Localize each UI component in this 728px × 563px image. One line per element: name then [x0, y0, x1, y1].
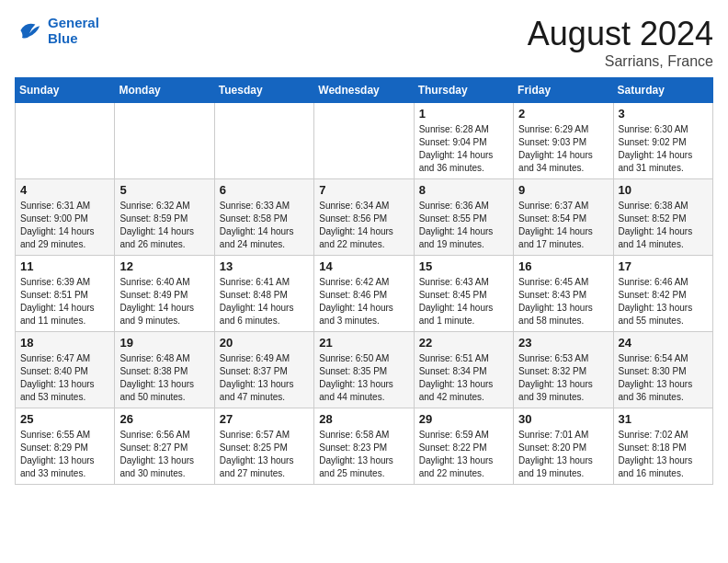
day-info: Sunrise: 6:58 AMSunset: 8:23 PMDaylight:…	[319, 429, 408, 480]
calendar-cell: 25Sunrise: 6:55 AMSunset: 8:29 PMDayligh…	[16, 408, 115, 485]
day-info: Sunrise: 6:34 AMSunset: 8:56 PMDaylight:…	[319, 200, 408, 251]
calendar-week-2: 4Sunrise: 6:31 AMSunset: 9:00 PMDaylight…	[16, 179, 713, 256]
day-number: 1	[419, 107, 508, 121]
calendar-cell: 18Sunrise: 6:47 AMSunset: 8:40 PMDayligh…	[16, 332, 115, 408]
calendar-cell: 21Sunrise: 6:50 AMSunset: 8:35 PMDayligh…	[314, 332, 414, 408]
calendar-cell	[214, 103, 313, 179]
calendar-cell: 9Sunrise: 6:37 AMSunset: 8:54 PMDaylight…	[514, 179, 613, 256]
day-number: 4	[20, 183, 109, 197]
day-info: Sunrise: 6:39 AMSunset: 8:51 PMDaylight:…	[20, 276, 109, 327]
day-number: 8	[419, 183, 508, 197]
calendar-cell: 4Sunrise: 6:31 AMSunset: 9:00 PMDaylight…	[16, 179, 115, 256]
day-number: 21	[319, 336, 408, 350]
calendar-cell: 30Sunrise: 7:01 AMSunset: 8:20 PMDayligh…	[514, 408, 613, 485]
day-info: Sunrise: 6:53 AMSunset: 8:32 PMDaylight:…	[518, 352, 608, 404]
calendar-cell: 14Sunrise: 6:42 AMSunset: 8:46 PMDayligh…	[314, 256, 414, 332]
calendar-week-4: 18Sunrise: 6:47 AMSunset: 8:40 PMDayligh…	[16, 332, 713, 408]
day-number: 22	[419, 336, 508, 350]
calendar-cell: 6Sunrise: 6:33 AMSunset: 8:58 PMDaylight…	[214, 179, 313, 256]
day-info: Sunrise: 7:01 AMSunset: 8:20 PMDaylight:…	[518, 429, 608, 480]
day-number: 28	[319, 412, 408, 426]
day-info: Sunrise: 6:57 AMSunset: 8:25 PMDaylight:…	[220, 429, 309, 480]
day-number: 6	[220, 183, 309, 197]
day-number: 20	[220, 336, 309, 350]
day-number: 27	[220, 412, 309, 426]
day-info: Sunrise: 6:56 AMSunset: 8:27 PMDaylight:…	[119, 429, 209, 480]
calendar-cell	[314, 103, 414, 179]
header-tuesday: Tuesday	[214, 78, 313, 103]
day-info: Sunrise: 6:36 AMSunset: 8:55 PMDaylight:…	[419, 200, 508, 251]
day-info: Sunrise: 6:43 AMSunset: 8:45 PMDaylight:…	[419, 276, 508, 327]
day-info: Sunrise: 6:55 AMSunset: 8:29 PMDaylight:…	[20, 429, 109, 480]
calendar-cell: 10Sunrise: 6:38 AMSunset: 8:52 PMDayligh…	[613, 179, 712, 256]
calendar-cell: 19Sunrise: 6:48 AMSunset: 8:38 PMDayligh…	[115, 332, 214, 408]
day-info: Sunrise: 6:29 AMSunset: 9:03 PMDaylight:…	[518, 123, 608, 175]
day-number: 9	[518, 183, 608, 197]
header-thursday: Thursday	[414, 78, 513, 103]
day-number: 11	[20, 259, 109, 273]
day-number: 7	[319, 183, 408, 197]
calendar-cell: 22Sunrise: 6:51 AMSunset: 8:34 PMDayligh…	[414, 332, 513, 408]
day-number: 13	[220, 259, 309, 273]
day-number: 16	[518, 259, 608, 273]
calendar-cell: 23Sunrise: 6:53 AMSunset: 8:32 PMDayligh…	[514, 332, 613, 408]
day-number: 12	[119, 259, 209, 273]
day-info: Sunrise: 6:50 AMSunset: 8:35 PMDaylight:…	[319, 352, 408, 404]
day-number: 30	[518, 412, 608, 426]
calendar-cell: 1Sunrise: 6:28 AMSunset: 9:04 PMDaylight…	[414, 103, 513, 179]
calendar-cell: 2Sunrise: 6:29 AMSunset: 9:03 PMDaylight…	[514, 103, 613, 179]
calendar-cell: 3Sunrise: 6:30 AMSunset: 9:02 PMDaylight…	[613, 103, 712, 179]
title-block: August 2024 Sarrians, France	[528, 15, 713, 70]
page-header: General Blue August 2024 Sarrians, Franc…	[15, 15, 713, 70]
header-monday: Monday	[115, 78, 214, 103]
calendar-cell: 7Sunrise: 6:34 AMSunset: 8:56 PMDaylight…	[314, 179, 414, 256]
calendar-cell: 11Sunrise: 6:39 AMSunset: 8:51 PMDayligh…	[16, 256, 115, 332]
calendar-cell	[16, 103, 115, 179]
day-info: Sunrise: 6:42 AMSunset: 8:46 PMDaylight:…	[319, 276, 408, 327]
day-info: Sunrise: 6:54 AMSunset: 8:30 PMDaylight:…	[619, 352, 708, 404]
day-info: Sunrise: 6:48 AMSunset: 8:38 PMDaylight:…	[119, 352, 209, 404]
day-number: 23	[518, 336, 608, 350]
day-info: Sunrise: 7:02 AMSunset: 8:18 PMDaylight:…	[619, 429, 708, 480]
day-info: Sunrise: 6:41 AMSunset: 8:48 PMDaylight:…	[220, 276, 309, 327]
day-info: Sunrise: 6:59 AMSunset: 8:22 PMDaylight:…	[419, 429, 508, 480]
day-info: Sunrise: 6:33 AMSunset: 8:58 PMDaylight:…	[220, 200, 309, 251]
day-info: Sunrise: 6:28 AMSunset: 9:04 PMDaylight:…	[419, 123, 508, 175]
header-friday: Friday	[514, 78, 613, 103]
day-info: Sunrise: 6:38 AMSunset: 8:52 PMDaylight:…	[619, 200, 708, 251]
day-number: 31	[619, 412, 708, 426]
day-info: Sunrise: 6:51 AMSunset: 8:34 PMDaylight:…	[419, 352, 508, 404]
calendar-cell: 16Sunrise: 6:45 AMSunset: 8:43 PMDayligh…	[514, 256, 613, 332]
day-number: 24	[619, 336, 708, 350]
calendar-cell: 28Sunrise: 6:58 AMSunset: 8:23 PMDayligh…	[314, 408, 414, 485]
month-title: August 2024	[528, 15, 713, 53]
header-sunday: Sunday	[16, 78, 115, 103]
day-number: 25	[20, 412, 109, 426]
day-info: Sunrise: 6:30 AMSunset: 9:02 PMDaylight:…	[619, 123, 708, 175]
day-number: 5	[119, 183, 209, 197]
calendar-cell: 15Sunrise: 6:43 AMSunset: 8:45 PMDayligh…	[414, 256, 513, 332]
day-info: Sunrise: 6:45 AMSunset: 8:43 PMDaylight:…	[518, 276, 608, 327]
header-saturday: Saturday	[613, 78, 712, 103]
day-info: Sunrise: 6:31 AMSunset: 9:00 PMDaylight:…	[20, 200, 109, 251]
location-title: Sarrians, France	[528, 53, 713, 70]
calendar-cell: 17Sunrise: 6:46 AMSunset: 8:42 PMDayligh…	[613, 256, 712, 332]
calendar-cell: 13Sunrise: 6:41 AMSunset: 8:48 PMDayligh…	[214, 256, 313, 332]
weekday-header-row: Sunday Monday Tuesday Wednesday Thursday…	[16, 78, 713, 103]
day-number: 2	[518, 107, 608, 121]
day-info: Sunrise: 6:40 AMSunset: 8:49 PMDaylight:…	[119, 276, 209, 327]
calendar-cell: 31Sunrise: 7:02 AMSunset: 8:18 PMDayligh…	[613, 408, 712, 485]
header-wednesday: Wednesday	[314, 78, 414, 103]
calendar-table: Sunday Monday Tuesday Wednesday Thursday…	[15, 77, 713, 485]
day-info: Sunrise: 6:37 AMSunset: 8:54 PMDaylight:…	[518, 200, 608, 251]
logo-icon	[15, 16, 44, 45]
calendar-cell: 8Sunrise: 6:36 AMSunset: 8:55 PMDaylight…	[414, 179, 513, 256]
calendar-cell: 24Sunrise: 6:54 AMSunset: 8:30 PMDayligh…	[613, 332, 712, 408]
calendar-cell: 20Sunrise: 6:49 AMSunset: 8:37 PMDayligh…	[214, 332, 313, 408]
day-number: 10	[619, 183, 708, 197]
day-number: 3	[619, 107, 708, 121]
calendar-week-1: 1Sunrise: 6:28 AMSunset: 9:04 PMDaylight…	[16, 103, 713, 179]
day-number: 15	[419, 259, 508, 273]
day-number: 19	[119, 336, 209, 350]
logo: General Blue	[15, 15, 99, 46]
